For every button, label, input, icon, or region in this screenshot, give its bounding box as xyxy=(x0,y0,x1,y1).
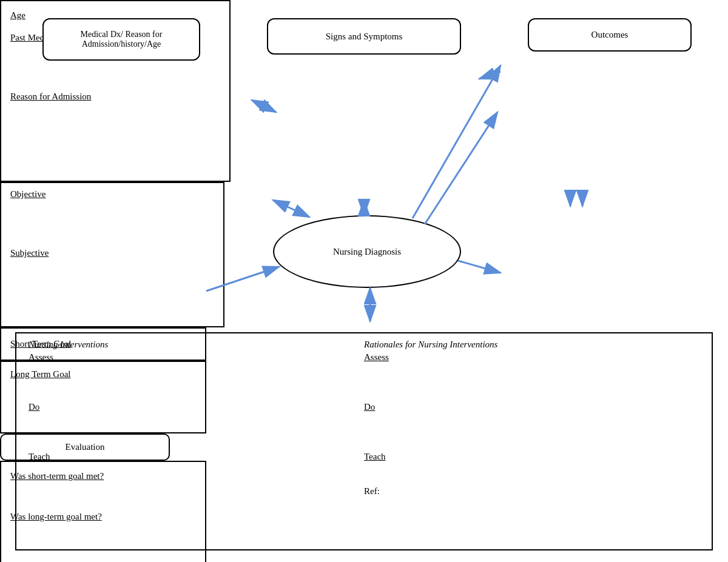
signs-symptoms-label: Signs and Symptoms xyxy=(326,32,403,42)
medical-dx-box: Medical Dx/ Reason for Admission/history… xyxy=(42,18,200,61)
teach-rationale-label: Teach xyxy=(364,452,699,462)
col2-header: Rationales for Nursing Interventions xyxy=(364,340,699,350)
outcomes-box: Outcomes xyxy=(528,18,692,52)
obj-subj-box: Objective Subjective xyxy=(0,182,224,327)
do-row: Do Do xyxy=(29,402,699,412)
assess-col1: Assess xyxy=(29,352,364,363)
teach-row: Teach Teach Ref: xyxy=(29,452,699,497)
svg-line-5 xyxy=(273,200,309,217)
diagram-area: Medical Dx/ Reason for Admission/history… xyxy=(0,0,728,327)
assess-rationale-label: Assess xyxy=(364,352,699,363)
assess-label: Assess xyxy=(29,352,364,363)
teach-col2: Teach Ref: xyxy=(364,452,699,497)
svg-line-9 xyxy=(425,112,497,224)
subjective-label: Subjective xyxy=(10,248,49,258)
svg-line-7 xyxy=(413,65,500,218)
svg-line-8 xyxy=(458,261,500,273)
age-label: Age xyxy=(10,10,25,21)
col1-header: Nursing Interventions xyxy=(29,340,364,350)
teach-col1: Teach xyxy=(29,452,364,497)
reason-label: Reason for Admission xyxy=(10,92,91,102)
signs-symptoms-box: Signs and Symptoms xyxy=(267,18,461,55)
nursing-diagnosis-ellipse: Nursing Diagnosis xyxy=(273,215,461,288)
do-col2: Do xyxy=(364,402,699,412)
svg-line-3 xyxy=(252,100,276,112)
bottom-table: Nursing Interventions Rationales for Nur… xyxy=(15,332,713,550)
do-label: Do xyxy=(29,402,364,412)
nursing-diagnosis-label: Nursing Diagnosis xyxy=(333,247,401,257)
col2-header-cell: Rationales for Nursing Interventions xyxy=(364,340,699,350)
bottom-header-row: Nursing Interventions Rationales for Nur… xyxy=(29,340,699,350)
do-col1: Do xyxy=(29,402,364,412)
svg-line-10 xyxy=(479,72,500,79)
objective-label: Objective xyxy=(10,189,46,199)
bottom-table-inner: Nursing Interventions Rationales for Nur… xyxy=(16,333,712,549)
assess-col2: Assess xyxy=(364,352,699,363)
col1-header-cell: Nursing Interventions xyxy=(29,340,364,350)
teach-label: Teach xyxy=(29,452,364,462)
ref-label: Ref: xyxy=(364,486,699,497)
assess-row: Assess Assess xyxy=(29,352,699,363)
do-rationale-label: Do xyxy=(364,402,699,412)
medical-dx-label: Medical Dx/ Reason for Admission/history… xyxy=(81,30,163,49)
outcomes-label: Outcomes xyxy=(592,30,629,40)
